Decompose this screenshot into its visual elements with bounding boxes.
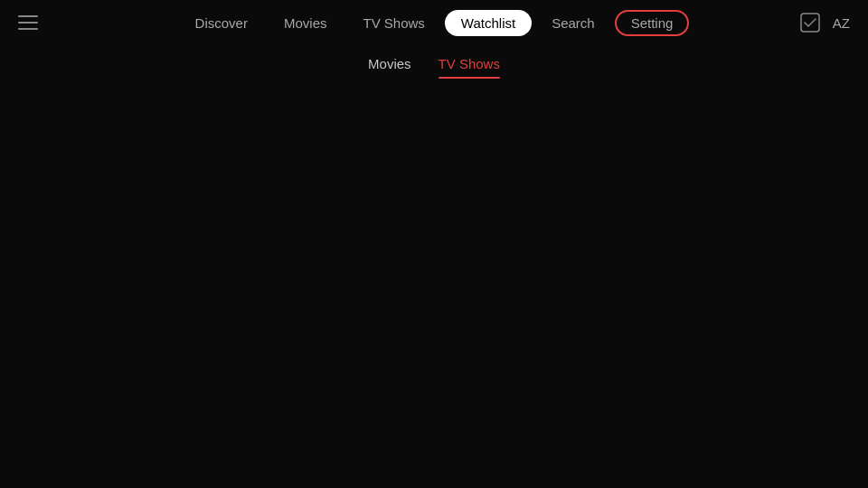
nav-item-watchlist[interactable]: Watchlist <box>445 10 532 36</box>
sub-tabs-bar: Movies TV Shows <box>0 45 868 79</box>
check-icon[interactable] <box>800 13 820 33</box>
app-container: Discover Movies TV Shows Watchlist Searc… <box>0 0 868 488</box>
top-bar: Discover Movies TV Shows Watchlist Searc… <box>0 0 868 45</box>
nav-item-discover[interactable]: Discover <box>179 10 264 36</box>
nav-item-search[interactable]: Search <box>535 10 611 36</box>
nav-items: Discover Movies TV Shows Watchlist Searc… <box>179 10 690 36</box>
svg-rect-0 <box>801 14 819 32</box>
nav-item-movies[interactable]: Movies <box>268 10 344 36</box>
hamburger-menu-button[interactable] <box>18 15 38 30</box>
right-icons: AZ <box>800 13 850 33</box>
nav-item-setting[interactable]: Setting <box>615 10 690 36</box>
az-sort-icon[interactable]: AZ <box>833 15 850 31</box>
sub-tab-movies[interactable]: Movies <box>368 56 411 79</box>
sub-tab-tvshows[interactable]: TV Shows <box>439 56 500 79</box>
nav-item-tvshows[interactable]: TV Shows <box>346 10 440 36</box>
